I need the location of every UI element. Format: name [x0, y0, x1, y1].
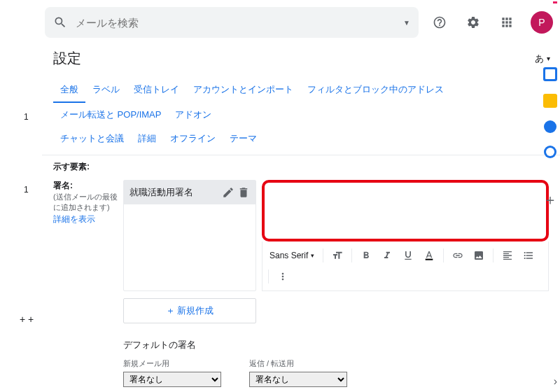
edit-icon[interactable] [222, 186, 234, 199]
bold-button[interactable] [356, 246, 376, 265]
page-title: 設定 [53, 49, 81, 68]
apps-button[interactable] [494, 10, 519, 35]
tab-inbox[interactable]: 受信トレイ [127, 78, 186, 103]
new-signature-button[interactable]: ＋ 新規作成 [123, 298, 256, 323]
prev-section-tail: 示す要素: [53, 161, 549, 173]
get-addons-button[interactable]: ＋ [543, 190, 557, 209]
editor-toolbar: Sans Serif ▾ [262, 241, 549, 291]
signature-sublabel: (送信メールの最後に追加されます) [53, 192, 118, 214]
top-bar: ▼ P [42, 0, 560, 45]
signature-list-item[interactable]: 就職活動用署名 [124, 181, 255, 204]
settings-button[interactable] [461, 10, 486, 35]
tab-offline[interactable]: オフライン [163, 127, 223, 150]
tab-labels[interactable]: ラベル [85, 78, 127, 103]
settings-tabs: 全般 ラベル 受信トレイ アカウントとインポート フィルタとブロック中のアドレス… [42, 78, 560, 155]
link-icon [452, 250, 463, 261]
default-new-select[interactable]: 署名なし [123, 372, 221, 387]
tab-addons[interactable]: アドオン [168, 103, 218, 127]
align-icon [502, 250, 513, 261]
signature-label: 署名: [53, 180, 118, 192]
delete-icon[interactable] [237, 186, 250, 199]
tab-chat[interactable]: チャットと会議 [53, 127, 131, 150]
more-button[interactable] [273, 267, 293, 286]
default-reply-select[interactable]: 署名なし [249, 372, 347, 387]
signature-detail-link[interactable]: 詳細を表示 [53, 214, 95, 224]
default-signature-title: デフォルトの署名 [123, 339, 549, 351]
apps-icon [500, 15, 514, 29]
underline-button[interactable] [398, 246, 418, 265]
account-avatar[interactable]: P [531, 11, 553, 34]
link-button[interactable] [448, 246, 468, 265]
tasks-addon-icon[interactable] [544, 120, 556, 133]
default-new-label: 新規メール用 [123, 358, 221, 369]
gear-icon [466, 15, 480, 29]
help-button[interactable] [427, 10, 452, 35]
help-icon [433, 15, 447, 29]
tab-advanced[interactable]: 詳細 [131, 127, 163, 150]
text-color-icon [424, 250, 435, 261]
tab-filters[interactable]: フィルタとブロック中のアドレス [300, 78, 451, 103]
font-size-button[interactable] [328, 246, 347, 265]
font-family-selector[interactable]: Sans Serif ▾ [265, 248, 318, 263]
search-options-caret[interactable]: ▼ [403, 19, 410, 27]
text-size-icon [332, 250, 343, 261]
signature-editor[interactable] [262, 180, 549, 241]
text-color-button[interactable] [419, 246, 439, 265]
default-reply-label: 返信 / 転送用 [249, 358, 347, 369]
side-panel: ＋ [540, 67, 560, 209]
search-icon [53, 15, 67, 29]
underline-icon [402, 250, 414, 261]
input-language-selector[interactable]: あ▾ [535, 52, 550, 65]
tab-forwarding[interactable]: メール転送と POP/IMAP [53, 103, 168, 127]
align-button[interactable] [498, 246, 517, 265]
image-button[interactable] [469, 246, 489, 265]
compose-gutter: 1 1 + + [0, 0, 42, 392]
side-panel-toggle[interactable]: › [554, 375, 557, 388]
tab-accounts[interactable]: アカウントとインポート [186, 78, 300, 103]
more-vert-icon [277, 271, 288, 282]
image-icon [473, 250, 484, 261]
calendar-addon-icon[interactable] [543, 67, 557, 81]
search-input[interactable] [76, 17, 395, 29]
list-icon [523, 250, 534, 261]
svg-rect-0 [426, 259, 433, 260]
keep-addon-icon[interactable] [543, 94, 557, 108]
tab-themes[interactable]: テーマ [223, 127, 264, 150]
bold-icon [360, 250, 372, 261]
search-box[interactable]: ▼ [45, 7, 419, 38]
italic-button[interactable] [377, 246, 397, 265]
list-button[interactable] [519, 246, 538, 265]
signature-list: 就職活動用署名 [123, 180, 256, 291]
italic-icon [382, 250, 393, 261]
tab-general[interactable]: 全般 [53, 78, 85, 103]
contacts-addon-icon[interactable] [544, 146, 556, 158]
